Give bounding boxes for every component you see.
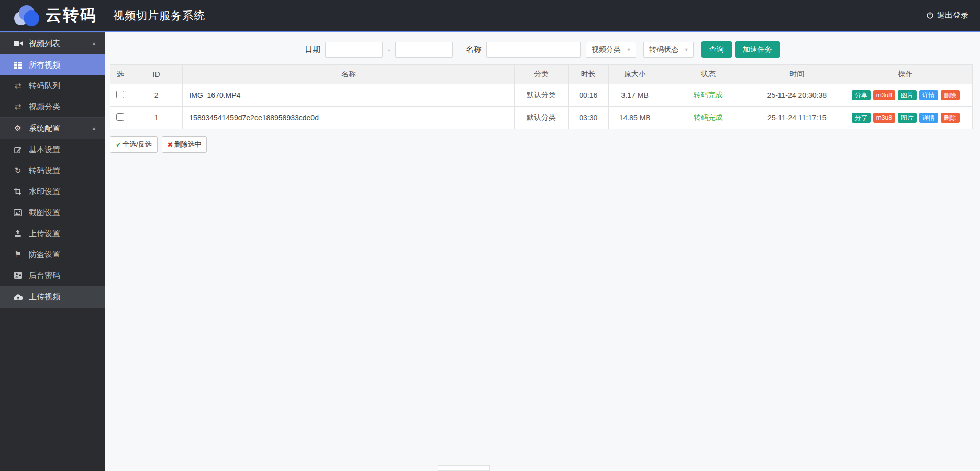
app-logo: 云转码 bbox=[14, 5, 97, 26]
sidebar-group-video-list[interactable]: 视频列表 ▲ bbox=[0, 32, 105, 54]
sidebar-item-antitheft-settings[interactable]: ⚑ 防盗设置 bbox=[0, 244, 105, 265]
sidebar-item-admin-password[interactable]: 后台密码 bbox=[0, 265, 105, 286]
sidebar-item-watermark-settings[interactable]: 水印设置 bbox=[0, 181, 105, 202]
logout-button[interactable]: 退出登录 bbox=[926, 0, 968, 31]
table-header-row: 选 ID 名称 分类 时长 原大小 状态 时间 操作 bbox=[110, 65, 973, 84]
filter-bar: 日期 - 名称 视频分类 ▼ 转码状态 ▼ 查询 加速任务 bbox=[105, 32, 980, 58]
cell-duration: 00:16 bbox=[568, 84, 608, 107]
select-all-button[interactable]: ✔ 全选/反选 bbox=[110, 136, 158, 153]
row-checkbox[interactable] bbox=[116, 91, 124, 98]
logo-text: 云转码 bbox=[46, 5, 97, 26]
caret-down-icon: ▼ bbox=[684, 47, 689, 52]
cell-id: 2 bbox=[130, 84, 182, 107]
select-all-label: 全选/反选 bbox=[122, 140, 152, 149]
sidebar-item-all-videos[interactable]: 所有视频 bbox=[0, 54, 105, 75]
name-label: 名称 bbox=[466, 44, 482, 54]
sidebar-item-transcode-queue[interactable]: ⇄ 转码队列 bbox=[0, 75, 105, 96]
video-table-wrap: 选 ID 名称 分类 时长 原大小 状态 时间 操作 2 bbox=[110, 64, 973, 129]
logout-label: 退出登录 bbox=[937, 10, 968, 20]
cell-category: 默认分类 bbox=[515, 107, 568, 129]
cell-time: 25-11-24 20:30:38 bbox=[755, 84, 839, 107]
image-icon bbox=[13, 209, 23, 216]
cell-status: 转码完成 bbox=[661, 107, 755, 129]
exchange-icon: ⇄ bbox=[13, 81, 23, 91]
list-icon bbox=[13, 62, 23, 69]
exchange-icon: ⇄ bbox=[13, 102, 23, 111]
sidebar-item-basic-settings[interactable]: 基本设置 bbox=[0, 139, 105, 160]
share-button[interactable]: 分享 bbox=[852, 90, 871, 100]
sidebar-item-upload-settings[interactable]: 上传设置 bbox=[0, 223, 105, 244]
video-table: 选 ID 名称 分类 时长 原大小 状态 时间 操作 2 bbox=[110, 64, 973, 129]
cell-size: 3.17 MB bbox=[608, 84, 661, 107]
date-start-input[interactable] bbox=[325, 42, 383, 58]
header-select: 选 bbox=[110, 65, 130, 84]
cell-name: IMG_1670.MP4 bbox=[183, 84, 515, 107]
table-row: 1 158934541459d7e2ce188958933cde0d 默认分类 … bbox=[110, 107, 973, 129]
caret-up-icon: ▲ bbox=[92, 126, 96, 131]
partial-element bbox=[438, 465, 490, 471]
cell-time: 25-11-24 11:17:15 bbox=[755, 107, 839, 129]
header-status: 状态 bbox=[661, 65, 755, 84]
cell-category: 默认分类 bbox=[515, 84, 568, 107]
date-range-separator: - bbox=[387, 45, 390, 54]
sidebar-item-label: 视频列表 bbox=[29, 39, 60, 49]
gear-icon: ⚙ bbox=[13, 124, 23, 133]
power-icon bbox=[926, 12, 934, 19]
delete-button[interactable]: 删除 bbox=[941, 113, 960, 123]
detail-button[interactable]: 详情 bbox=[919, 90, 938, 100]
id-card-icon bbox=[13, 272, 23, 279]
sidebar-item-label: 系统配置 bbox=[29, 124, 60, 133]
cloud-logo-icon bbox=[14, 5, 39, 26]
status-select-value: 转码状态 bbox=[649, 45, 678, 54]
header-category: 分类 bbox=[515, 65, 568, 84]
query-button[interactable]: 查询 bbox=[701, 41, 732, 58]
header-time: 时间 bbox=[755, 65, 839, 84]
cell-status: 转码完成 bbox=[661, 84, 755, 107]
sidebar-item-label: 所有视频 bbox=[29, 60, 60, 70]
sidebar: 视频列表 ▲ 所有视频 ⇄ 转码队列 ⇄ 视频分类 ⚙ 系统配置 ▲ 基本设置 bbox=[0, 32, 105, 471]
sidebar-group-system-config[interactable]: ⚙ 系统配置 ▲ bbox=[0, 117, 105, 139]
accelerate-task-button[interactable]: 加速任务 bbox=[735, 41, 780, 58]
delete-button[interactable]: 删除 bbox=[941, 90, 960, 100]
sidebar-item-upload-video[interactable]: 上传视频 bbox=[0, 286, 105, 308]
name-search-input[interactable] bbox=[486, 42, 581, 58]
refresh-icon: ↻ bbox=[13, 166, 23, 175]
flag-icon: ⚑ bbox=[13, 250, 23, 259]
sidebar-item-transcode-settings[interactable]: ↻ 转码设置 bbox=[0, 160, 105, 181]
status-select[interactable]: 转码状态 ▼ bbox=[643, 42, 694, 58]
m3u8-button[interactable]: m3u8 bbox=[873, 90, 895, 100]
date-label: 日期 bbox=[305, 44, 320, 54]
cross-icon: ✖ bbox=[168, 141, 173, 149]
row-checkbox[interactable] bbox=[116, 113, 124, 121]
sidebar-item-label: 防盗设置 bbox=[29, 250, 60, 260]
header-duration: 时长 bbox=[568, 65, 608, 84]
date-end-input[interactable] bbox=[395, 42, 453, 58]
m3u8-button[interactable]: m3u8 bbox=[873, 113, 895, 123]
crop-icon bbox=[13, 188, 23, 195]
category-select[interactable]: 视频分类 ▼ bbox=[586, 42, 636, 58]
sidebar-item-label: 水印设置 bbox=[29, 187, 60, 197]
header-size: 原大小 bbox=[608, 65, 661, 84]
video-camera-icon bbox=[13, 40, 23, 47]
system-title: 视频切片服务系统 bbox=[113, 8, 205, 23]
sidebar-item-label: 转码队列 bbox=[29, 81, 60, 91]
detail-button[interactable]: 详情 bbox=[919, 113, 938, 123]
image-button[interactable]: 图片 bbox=[898, 113, 917, 123]
cell-size: 14.85 MB bbox=[608, 107, 661, 129]
sidebar-item-label: 视频分类 bbox=[29, 102, 60, 112]
share-button[interactable]: 分享 bbox=[852, 113, 871, 123]
cell-name: 158934541459d7e2ce188958933cde0d bbox=[183, 107, 515, 129]
bulk-actions: ✔ 全选/反选 ✖ 删除选中 bbox=[110, 136, 980, 153]
edit-icon bbox=[13, 146, 23, 154]
delete-selected-button[interactable]: ✖ 删除选中 bbox=[162, 136, 207, 153]
sidebar-item-label: 后台密码 bbox=[29, 271, 60, 281]
sidebar-item-screenshot-settings[interactable]: 截图设置 bbox=[0, 202, 105, 223]
top-navbar: 云转码 视频切片服务系统 退出登录 bbox=[0, 0, 980, 32]
row-actions: 分享 m3u8 图片 详情 删除 bbox=[839, 113, 972, 123]
sidebar-item-label: 转码设置 bbox=[29, 166, 60, 176]
image-button[interactable]: 图片 bbox=[898, 90, 917, 100]
sidebar-item-video-categories[interactable]: ⇄ 视频分类 bbox=[0, 96, 105, 117]
header-id: ID bbox=[130, 65, 182, 84]
check-icon: ✔ bbox=[116, 141, 121, 149]
sidebar-item-label: 基本设置 bbox=[29, 145, 60, 155]
